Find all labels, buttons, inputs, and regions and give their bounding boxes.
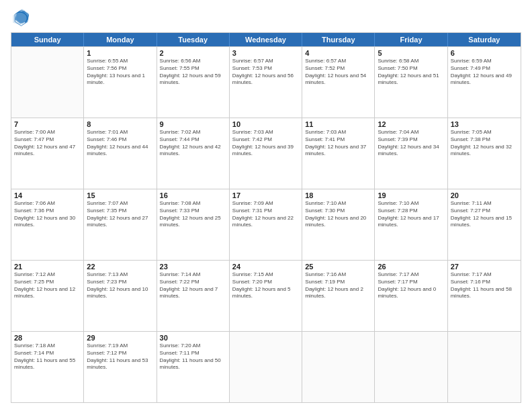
cell-info: Sunrise: 7:16 AM Sunset: 7:19 PM Dayligh… bbox=[305, 271, 371, 300]
week-row-0: 1Sunrise: 6:55 AM Sunset: 7:56 PM Daylig… bbox=[11, 46, 521, 118]
day-number: 16 bbox=[160, 191, 226, 199]
cal-cell: 9Sunrise: 7:02 AM Sunset: 7:44 PM Daylig… bbox=[157, 118, 230, 189]
cell-info: Sunrise: 7:03 AM Sunset: 7:42 PM Dayligh… bbox=[232, 129, 299, 158]
calendar: SundayMondayTuesdayWednesdayThursdayFrid… bbox=[11, 32, 521, 403]
day-number: 25 bbox=[305, 263, 371, 271]
day-number: 9 bbox=[160, 120, 226, 128]
cal-cell: 25Sunrise: 7:16 AM Sunset: 7:19 PM Dayli… bbox=[302, 261, 375, 331]
header-day-friday: Friday bbox=[375, 33, 447, 46]
day-number: 18 bbox=[305, 191, 371, 199]
cell-info: Sunrise: 6:55 AM Sunset: 7:56 PM Dayligh… bbox=[87, 58, 153, 87]
day-number: 24 bbox=[232, 263, 299, 271]
header bbox=[11, 8, 521, 27]
cal-cell: 28Sunrise: 7:18 AM Sunset: 7:14 PM Dayli… bbox=[11, 332, 84, 402]
cell-info: Sunrise: 7:20 AM Sunset: 7:11 PM Dayligh… bbox=[160, 342, 226, 371]
cell-info: Sunrise: 7:19 AM Sunset: 7:12 PM Dayligh… bbox=[87, 342, 153, 371]
cell-info: Sunrise: 6:58 AM Sunset: 7:50 PM Dayligh… bbox=[378, 58, 444, 87]
cal-cell: 12Sunrise: 7:04 AM Sunset: 7:39 PM Dayli… bbox=[375, 118, 447, 189]
cal-cell: 21Sunrise: 7:12 AM Sunset: 7:25 PM Dayli… bbox=[11, 261, 84, 331]
day-number: 21 bbox=[14, 263, 81, 271]
cal-cell: 20Sunrise: 7:11 AM Sunset: 7:27 PM Dayli… bbox=[448, 189, 521, 260]
cell-info: Sunrise: 7:00 AM Sunset: 7:47 PM Dayligh… bbox=[14, 129, 81, 158]
cell-info: Sunrise: 6:57 AM Sunset: 7:52 PM Dayligh… bbox=[305, 58, 371, 87]
logo-icon bbox=[11, 8, 30, 27]
cell-info: Sunrise: 7:02 AM Sunset: 7:44 PM Dayligh… bbox=[160, 129, 226, 158]
cal-cell: 3Sunrise: 6:57 AM Sunset: 7:53 PM Daylig… bbox=[230, 47, 302, 118]
cal-cell bbox=[448, 332, 521, 402]
cell-info: Sunrise: 7:10 AM Sunset: 7:30 PM Dayligh… bbox=[305, 200, 371, 229]
cell-info: Sunrise: 7:06 AM Sunset: 7:36 PM Dayligh… bbox=[14, 200, 81, 229]
cell-info: Sunrise: 7:14 AM Sunset: 7:22 PM Dayligh… bbox=[160, 271, 226, 300]
week-row-2: 14Sunrise: 7:06 AM Sunset: 7:36 PM Dayli… bbox=[11, 189, 521, 260]
header-day-monday: Monday bbox=[84, 33, 157, 46]
cal-cell: 24Sunrise: 7:15 AM Sunset: 7:20 PM Dayli… bbox=[230, 261, 302, 331]
header-day-sunday: Sunday bbox=[11, 33, 84, 46]
day-number: 17 bbox=[232, 191, 299, 199]
cell-info: Sunrise: 7:15 AM Sunset: 7:20 PM Dayligh… bbox=[232, 271, 299, 300]
cell-info: Sunrise: 7:08 AM Sunset: 7:33 PM Dayligh… bbox=[160, 200, 226, 229]
cell-info: Sunrise: 7:10 AM Sunset: 7:28 PM Dayligh… bbox=[378, 200, 444, 229]
page: SundayMondayTuesdayWednesdayThursdayFrid… bbox=[0, 0, 532, 411]
day-number: 11 bbox=[305, 120, 371, 128]
cal-cell: 18Sunrise: 7:10 AM Sunset: 7:30 PM Dayli… bbox=[302, 189, 375, 260]
cal-cell: 16Sunrise: 7:08 AM Sunset: 7:33 PM Dayli… bbox=[157, 189, 230, 260]
cell-info: Sunrise: 7:11 AM Sunset: 7:27 PM Dayligh… bbox=[451, 200, 518, 229]
cal-cell: 30Sunrise: 7:20 AM Sunset: 7:11 PM Dayli… bbox=[157, 332, 230, 402]
cell-info: Sunrise: 6:56 AM Sunset: 7:55 PM Dayligh… bbox=[160, 58, 226, 87]
cal-cell: 15Sunrise: 7:07 AM Sunset: 7:35 PM Dayli… bbox=[84, 189, 157, 260]
cal-cell: 6Sunrise: 6:59 AM Sunset: 7:49 PM Daylig… bbox=[448, 47, 521, 118]
cell-info: Sunrise: 7:12 AM Sunset: 7:25 PM Dayligh… bbox=[14, 271, 81, 300]
cal-cell: 13Sunrise: 7:05 AM Sunset: 7:38 PM Dayli… bbox=[448, 118, 521, 189]
day-number: 2 bbox=[160, 49, 226, 57]
day-number: 8 bbox=[87, 120, 153, 128]
cal-cell: 23Sunrise: 7:14 AM Sunset: 7:22 PM Dayli… bbox=[157, 261, 230, 331]
day-number: 3 bbox=[232, 49, 299, 57]
day-number: 27 bbox=[451, 263, 518, 271]
day-number: 28 bbox=[14, 334, 81, 342]
cal-cell bbox=[375, 332, 447, 402]
week-row-1: 7Sunrise: 7:00 AM Sunset: 7:47 PM Daylig… bbox=[11, 118, 521, 189]
cal-cell: 2Sunrise: 6:56 AM Sunset: 7:55 PM Daylig… bbox=[157, 47, 230, 118]
cell-info: Sunrise: 7:03 AM Sunset: 7:41 PM Dayligh… bbox=[305, 129, 371, 158]
day-number: 15 bbox=[87, 191, 153, 199]
cell-info: Sunrise: 6:59 AM Sunset: 7:49 PM Dayligh… bbox=[451, 58, 518, 87]
day-number: 26 bbox=[378, 263, 444, 271]
day-number: 22 bbox=[87, 263, 153, 271]
cell-info: Sunrise: 7:18 AM Sunset: 7:14 PM Dayligh… bbox=[14, 342, 81, 371]
cell-info: Sunrise: 7:07 AM Sunset: 7:35 PM Dayligh… bbox=[87, 200, 153, 229]
cell-info: Sunrise: 6:57 AM Sunset: 7:53 PM Dayligh… bbox=[232, 58, 299, 87]
header-day-wednesday: Wednesday bbox=[230, 33, 302, 46]
cal-cell: 27Sunrise: 7:17 AM Sunset: 7:16 PM Dayli… bbox=[448, 261, 521, 331]
day-number: 13 bbox=[451, 120, 518, 128]
header-day-tuesday: Tuesday bbox=[157, 33, 230, 46]
cal-cell: 22Sunrise: 7:13 AM Sunset: 7:23 PM Dayli… bbox=[84, 261, 157, 331]
day-number: 30 bbox=[160, 334, 226, 342]
cal-cell bbox=[230, 332, 302, 402]
header-day-thursday: Thursday bbox=[302, 33, 375, 46]
cal-cell: 8Sunrise: 7:01 AM Sunset: 7:46 PM Daylig… bbox=[84, 118, 157, 189]
cell-info: Sunrise: 7:01 AM Sunset: 7:46 PM Dayligh… bbox=[87, 129, 153, 158]
cal-cell: 10Sunrise: 7:03 AM Sunset: 7:42 PM Dayli… bbox=[230, 118, 302, 189]
day-number: 7 bbox=[14, 120, 81, 128]
cal-cell: 4Sunrise: 6:57 AM Sunset: 7:52 PM Daylig… bbox=[302, 47, 375, 118]
day-number: 5 bbox=[378, 49, 444, 57]
day-number: 14 bbox=[14, 191, 81, 199]
cal-cell: 14Sunrise: 7:06 AM Sunset: 7:36 PM Dayli… bbox=[11, 189, 84, 260]
day-number: 29 bbox=[87, 334, 153, 342]
cell-info: Sunrise: 7:05 AM Sunset: 7:38 PM Dayligh… bbox=[451, 129, 518, 158]
cell-info: Sunrise: 7:17 AM Sunset: 7:17 PM Dayligh… bbox=[378, 271, 444, 300]
cal-cell bbox=[11, 47, 84, 118]
day-number: 12 bbox=[378, 120, 444, 128]
day-number: 4 bbox=[305, 49, 371, 57]
cal-cell: 29Sunrise: 7:19 AM Sunset: 7:12 PM Dayli… bbox=[84, 332, 157, 402]
cell-info: Sunrise: 7:13 AM Sunset: 7:23 PM Dayligh… bbox=[87, 271, 153, 300]
day-number: 6 bbox=[451, 49, 518, 57]
header-day-saturday: Saturday bbox=[448, 33, 521, 46]
cal-cell: 1Sunrise: 6:55 AM Sunset: 7:56 PM Daylig… bbox=[84, 47, 157, 118]
logo bbox=[11, 8, 32, 27]
cal-cell: 17Sunrise: 7:09 AM Sunset: 7:31 PM Dayli… bbox=[230, 189, 302, 260]
day-number: 1 bbox=[87, 49, 153, 57]
cal-cell: 5Sunrise: 6:58 AM Sunset: 7:50 PM Daylig… bbox=[375, 47, 447, 118]
day-number: 20 bbox=[451, 191, 518, 199]
cal-cell: 19Sunrise: 7:10 AM Sunset: 7:28 PM Dayli… bbox=[375, 189, 447, 260]
